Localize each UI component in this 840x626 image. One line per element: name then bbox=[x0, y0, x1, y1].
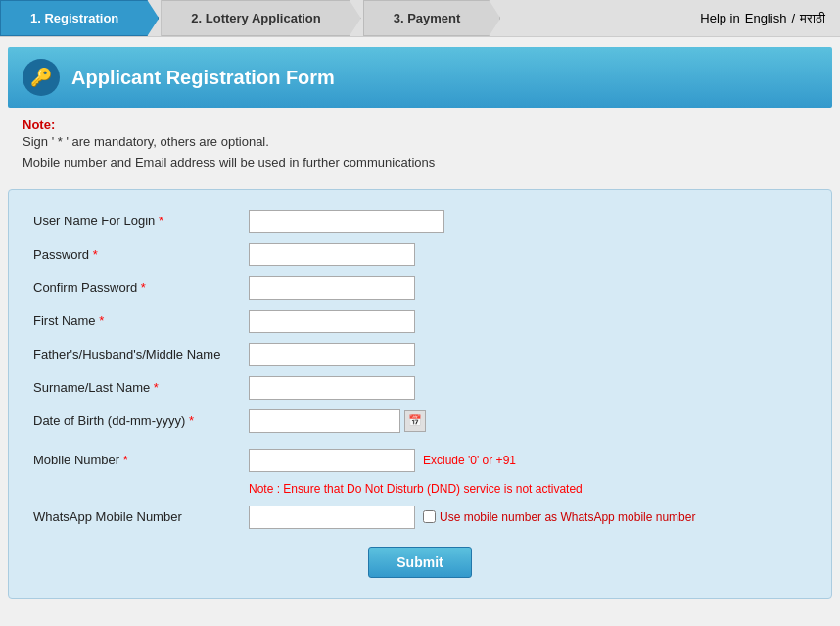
note-label: Note: bbox=[23, 118, 817, 132]
password-input[interactable] bbox=[249, 243, 415, 266]
mobile-hint: Exclude '0' or +91 bbox=[423, 454, 516, 467]
dob-required-star: * bbox=[189, 413, 194, 428]
confirm-password-required-star: * bbox=[141, 280, 146, 295]
confirm-password-input[interactable] bbox=[249, 276, 415, 300]
whatsapp-checkbox[interactable] bbox=[423, 510, 436, 523]
password-row: Password * bbox=[33, 243, 807, 266]
tab-payment[interactable]: 3. Payment bbox=[363, 0, 501, 36]
first-name-input[interactable] bbox=[249, 310, 415, 333]
middle-name-input[interactable] bbox=[249, 343, 415, 366]
surname-required-star: * bbox=[154, 380, 159, 395]
password-label: Password * bbox=[33, 247, 249, 262]
surname-input[interactable] bbox=[249, 376, 415, 400]
whatsapp-label: WhatsApp Mobile Number bbox=[33, 509, 249, 524]
notes-section: Note: Sign ' * ' are mandatory, others a… bbox=[8, 108, 832, 181]
password-required-star: * bbox=[93, 247, 98, 262]
note-line1: Sign ' * ' are mandatory, others are opt… bbox=[23, 132, 817, 153]
help-label: Help in bbox=[700, 11, 739, 25]
whatsapp-input-group: Use mobile number as WhatsApp mobile num… bbox=[249, 506, 695, 529]
mobile-row: Mobile Number * Exclude '0' or +91 bbox=[33, 449, 807, 472]
username-row: User Name For Login * bbox=[33, 210, 807, 233]
whatsapp-row: WhatsApp Mobile Number Use mobile number… bbox=[33, 506, 807, 529]
lang-marathi[interactable]: मराठी bbox=[800, 11, 825, 26]
whatsapp-input[interactable] bbox=[249, 506, 415, 529]
top-navigation: 1. Registration 2. Lottery Application 3… bbox=[0, 0, 840, 37]
calendar-button[interactable]: 📅 bbox=[404, 410, 426, 432]
note-line2: Mobile number and Email address will be … bbox=[23, 153, 817, 173]
username-required-star: * bbox=[159, 214, 163, 228]
mobile-input[interactable] bbox=[249, 449, 415, 472]
whatsapp-checkbox-text: Use mobile number as WhatsApp mobile num… bbox=[440, 510, 695, 524]
middle-name-row: Father's/Husband's/Middle Name bbox=[33, 343, 807, 366]
username-label: User Name For Login * bbox=[33, 214, 249, 228]
registration-form: User Name For Login * Password * Confirm… bbox=[8, 189, 832, 599]
dob-input[interactable] bbox=[249, 409, 400, 433]
dnd-note: Note : Ensure that Do Not Disturb (DND) … bbox=[249, 482, 807, 496]
lang-separator: / bbox=[791, 11, 795, 25]
mobile-label: Mobile Number * bbox=[33, 453, 249, 467]
middle-name-label: Father's/Husband's/Middle Name bbox=[33, 347, 249, 361]
submit-button[interactable]: Submit bbox=[368, 547, 471, 578]
form-header-banner: 🔑 Applicant Registration Form bbox=[8, 47, 832, 108]
form-title: Applicant Registration Form bbox=[71, 67, 335, 89]
tab-registration[interactable]: 1. Registration bbox=[0, 0, 159, 36]
whatsapp-checkbox-label[interactable]: Use mobile number as WhatsApp mobile num… bbox=[423, 510, 695, 524]
lang-english[interactable]: English bbox=[745, 11, 787, 25]
submit-row: Submit bbox=[33, 547, 807, 578]
first-name-label: First Name * bbox=[33, 313, 249, 328]
dob-label: Date of Birth (dd-mm-yyyy) * bbox=[33, 413, 249, 428]
help-language-section: Help in English / मराठी bbox=[700, 0, 840, 36]
confirm-password-label: Confirm Password * bbox=[33, 280, 249, 295]
tab-lottery-application[interactable]: 2. Lottery Application bbox=[161, 0, 360, 36]
first-name-row: First Name * bbox=[33, 310, 807, 333]
key-icon: 🔑 bbox=[23, 59, 60, 96]
first-name-required-star: * bbox=[99, 313, 104, 328]
confirm-password-row: Confirm Password * bbox=[33, 276, 807, 300]
mobile-required-star: * bbox=[123, 453, 128, 467]
surname-row: Surname/Last Name * bbox=[33, 376, 807, 400]
surname-label: Surname/Last Name * bbox=[33, 380, 249, 395]
dob-row: Date of Birth (dd-mm-yyyy) * 📅 bbox=[33, 409, 807, 433]
username-input[interactable] bbox=[249, 210, 444, 233]
dob-input-group: 📅 bbox=[249, 409, 426, 433]
